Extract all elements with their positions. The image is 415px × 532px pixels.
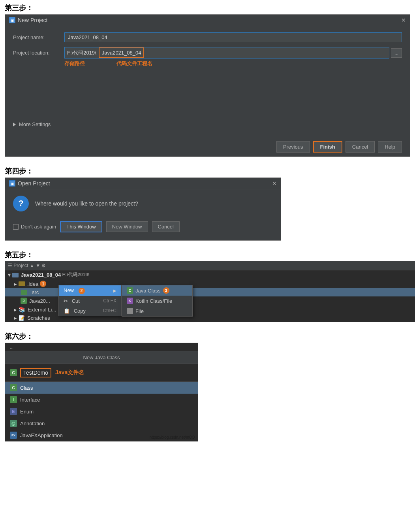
- java-class-icon: C: [127, 287, 133, 294]
- submenu-kotlin[interactable]: K Kotlin Class/File: [122, 296, 192, 306]
- project-root-name: Java2021_08_04: [21, 272, 61, 278]
- step3-dialog: ▣ New Project ✕ Project name: Project lo…: [5, 14, 410, 157]
- project-header-text: ☰ Project ▲ ▼ ⚙: [8, 263, 46, 268]
- step6-dialog: ... New Java Class C TestDemo Java文件名 C …: [5, 343, 198, 441]
- copy-icon: 📋: [64, 308, 70, 314]
- watermark: https://blog.csdn.net/m0t0: [149, 435, 195, 440]
- open-footer: Don't ask again This Window New Window C…: [13, 218, 273, 234]
- annotation-item-label: Annotation: [20, 421, 45, 426]
- project-root-item[interactable]: ▾ Java2021_08_04 F:\代码2019\: [5, 270, 415, 279]
- this-window-button[interactable]: This Window: [60, 221, 102, 232]
- open-project-icon: ▣: [9, 180, 15, 187]
- location-browse-button[interactable]: ...: [391, 48, 402, 58]
- java-class-label: Java Class: [135, 288, 161, 294]
- dialog-titlebar-step3: ▣ New Project ✕: [5, 15, 410, 26]
- dialog-title-left: ▣ New Project: [9, 17, 47, 23]
- step5-label: 第五步：: [0, 247, 415, 261]
- kotlin-label: Kotlin Class/File: [135, 298, 172, 304]
- dialog-titlebar-step4: ▣ Open Project ✕: [5, 178, 281, 189]
- java-file-icon: J: [21, 298, 27, 304]
- breadcrumb-bar: ...: [5, 343, 198, 351]
- location-input-wrapper: F:\代码2019\ Java2021_08_04: [64, 47, 389, 58]
- cut-shortcut: Ctrl+X: [103, 298, 116, 304]
- javafx-icon: FX: [10, 432, 17, 439]
- idea-expand-arrow: ▸: [14, 281, 17, 287]
- idea-folder-icon: [19, 281, 25, 286]
- dialog-title-left-4: ▣ Open Project: [9, 180, 50, 187]
- annotation-icon: @: [10, 420, 17, 427]
- class-item-label: Class: [20, 385, 33, 391]
- dialog-title-text: New Project: [18, 17, 47, 23]
- finish-button[interactable]: Finish: [313, 141, 342, 153]
- close-button-step3[interactable]: ✕: [401, 17, 406, 23]
- open-dialog-body: ? Where would you like to open the proje…: [5, 189, 281, 240]
- spacer: [13, 70, 402, 118]
- dont-ask-checkbox[interactable]: [13, 224, 19, 230]
- ext-expand-arrow: ▸: [14, 307, 17, 313]
- cut-label-area: ✂ Cut: [64, 298, 80, 304]
- close-button-step4[interactable]: ✕: [272, 180, 277, 187]
- project-name-row: Project name:: [13, 32, 402, 42]
- class-item-interface[interactable]: I Interface: [5, 394, 198, 406]
- new-window-button[interactable]: New Window: [106, 221, 148, 232]
- step6-label: 第六步：: [0, 328, 415, 343]
- file-icon: [127, 308, 133, 314]
- step5-wrapper: ☰ Project ▲ ▼ ⚙ ▾ Java2021_08_04 F:\代码20…: [0, 261, 415, 322]
- project-name-label: Project name:: [13, 34, 64, 40]
- annotation-path: 存储路径: [64, 60, 85, 67]
- submenu-new: C Java Class 3 K Kotlin Class/File File: [122, 285, 193, 317]
- more-settings-row[interactable]: More Settings: [13, 118, 402, 130]
- context-menu-cut[interactable]: ✂ Cut Ctrl+X: [59, 296, 121, 306]
- submenu-java-class[interactable]: C Java Class 3: [122, 285, 192, 296]
- class-icon: C: [10, 384, 17, 391]
- class-name-box: TestDemo: [20, 368, 51, 377]
- previous-button[interactable]: Previous: [276, 141, 310, 153]
- scratches-expand-arrow: ▸: [14, 315, 17, 321]
- question-icon: ?: [13, 196, 29, 211]
- context-menu: New 2 ▶ ✂ Cut Ctrl+X 📋 Copy Ctrl+C: [58, 285, 122, 316]
- external-lib-icon: 📚: [19, 306, 25, 313]
- context-menu-copy[interactable]: 📋 Copy Ctrl+C: [59, 306, 121, 316]
- badge-1: 1: [40, 281, 46, 287]
- project-name-input[interactable]: [64, 32, 402, 42]
- class-item-annotation[interactable]: @ Annotation: [5, 417, 198, 429]
- idea-folder-label: .idea: [27, 281, 38, 287]
- javafx-item-label: JavaFXApplication: [20, 432, 63, 438]
- scratches-label: Scratches: [27, 315, 50, 321]
- open-dialog-title: Open Project: [18, 180, 50, 187]
- badge-1-circle: 1: [40, 281, 46, 287]
- badge-3: 3: [163, 287, 169, 294]
- dialog-body-step3: Project name: Project location: F:\代码201…: [5, 26, 410, 137]
- interface-icon: I: [10, 396, 17, 403]
- more-settings-label: More Settings: [19, 121, 51, 127]
- src-folder-label: src: [32, 289, 39, 295]
- annotation-row: 存储路径 代码文件工程名: [13, 60, 402, 67]
- class-item-enum[interactable]: E Enum: [5, 406, 198, 417]
- kotlin-icon: K: [127, 298, 133, 304]
- annotation-name: 代码文件工程名: [116, 60, 152, 67]
- class-name-input-row: C TestDemo Java文件名: [5, 364, 198, 382]
- copy-label-area: 📋 Copy: [64, 308, 86, 314]
- cancel-button-step4[interactable]: Cancel: [152, 221, 180, 232]
- enum-icon: E: [10, 408, 17, 415]
- cancel-button-step3[interactable]: Cancel: [346, 141, 375, 153]
- new-submenu-arrow: ▶: [113, 289, 116, 293]
- interface-item-label: Interface: [20, 397, 40, 403]
- scratches-icon: 📝: [19, 315, 25, 321]
- location-project: Java2021_08_04: [99, 47, 145, 58]
- triangle-icon: [13, 123, 16, 126]
- step4-label: 第四步：: [0, 163, 415, 177]
- step4-dialog: ▣ Open Project ✕ ? Where would you like …: [5, 177, 281, 241]
- java-filename-label: Java文件名: [55, 369, 84, 376]
- class-item-class[interactable]: C Class: [5, 382, 198, 394]
- submenu-file[interactable]: File: [122, 306, 192, 316]
- help-button[interactable]: Help: [378, 141, 402, 153]
- src-folder-icon: [21, 290, 27, 295]
- step3-label: 第三步：: [0, 0, 415, 14]
- enum-item-label: Enum: [20, 409, 34, 415]
- expand-arrow: ▾: [8, 272, 11, 278]
- new-java-class-header: New Java Class: [5, 351, 198, 364]
- context-menu-new[interactable]: New 2 ▶: [59, 285, 121, 296]
- scissors-icon: ✂: [64, 298, 68, 304]
- project-location-row: Project location: F:\代码2019\ Java2021_08…: [13, 47, 402, 58]
